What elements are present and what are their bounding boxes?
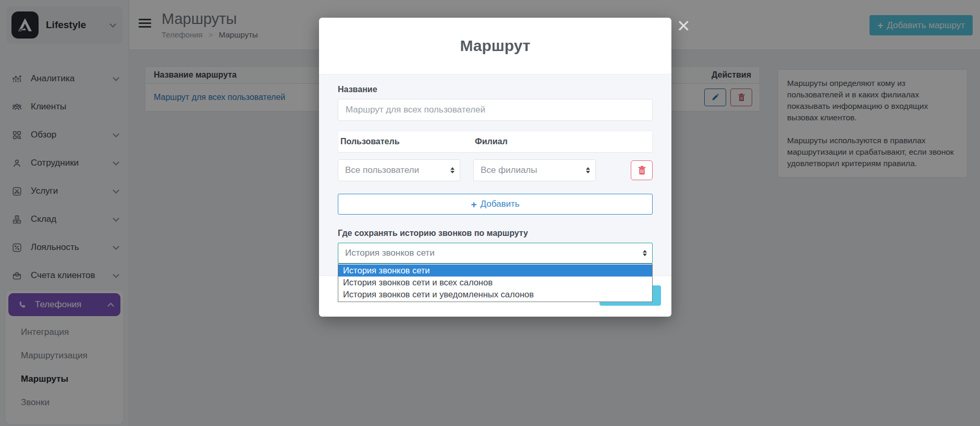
user-branch-table: Пользователь Филиал Все пользователи Все… xyxy=(338,131,653,215)
history-label: Где сохранять историю звонков по маршрут… xyxy=(338,229,653,238)
user-column-label: Пользователь xyxy=(339,137,475,146)
select-arrows-icon xyxy=(586,167,590,173)
name-label: Название xyxy=(338,85,377,94)
user-branch-header: Пользователь Филиал xyxy=(338,131,653,153)
history-select[interactable]: История звонков сети xyxy=(338,243,653,264)
delete-row-button[interactable] xyxy=(631,160,653,180)
trash-icon xyxy=(638,166,646,175)
branch-select-value: Все филиалы xyxy=(481,165,582,176)
dropdown-option[interactable]: История звонков сети и уведомленных сало… xyxy=(338,289,652,300)
user-select-value: Все пользователи xyxy=(345,165,446,176)
add-button-label: Добавить xyxy=(480,199,519,209)
history-select-wrap: История звонков сети История звонков сет… xyxy=(338,243,653,264)
add-user-branch-button[interactable]: + Добавить xyxy=(338,194,653,215)
modal-title: Маршрут xyxy=(460,37,530,55)
user-select[interactable]: Все пользователи xyxy=(338,159,460,181)
branch-column-label: Филиал xyxy=(475,137,508,146)
modal-body: Название Пользователь Филиал Все пользов… xyxy=(319,74,671,276)
history-select-value: История звонков сети xyxy=(345,248,639,258)
dropdown-option[interactable]: История звонков сети и всех салонов xyxy=(338,277,652,289)
user-branch-row: Все пользователи Все филиалы xyxy=(338,153,653,187)
close-icon[interactable]: ✕ xyxy=(677,18,691,34)
modal-header: Маршрут xyxy=(319,18,671,74)
dropdown-option[interactable]: История звонков сети xyxy=(338,265,652,277)
history-dropdown-list: История звонков сети История звонков сет… xyxy=(338,264,653,302)
plus-icon: + xyxy=(471,199,476,209)
branch-select[interactable]: Все филиалы xyxy=(473,159,596,181)
route-modal: Маршрут Название Пользователь Филиал Все… xyxy=(319,18,671,317)
select-arrows-icon xyxy=(643,250,647,256)
select-arrows-icon xyxy=(450,167,455,173)
route-name-input[interactable] xyxy=(338,99,653,121)
